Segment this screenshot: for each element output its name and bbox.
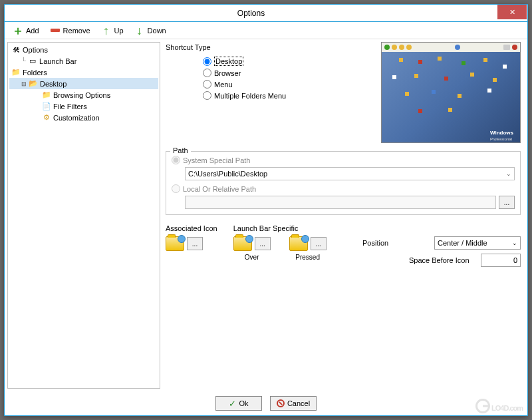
preview-taskbar [382, 43, 520, 52]
radio-local-path [172, 184, 180, 193]
radio-multiple-label[interactable]: Multiple Folders Menu [214, 92, 286, 100]
tree-item-options[interactable]: 🛠 Options [9, 44, 158, 55]
close-button[interactable]: ✕ [497, 5, 527, 19]
remove-button[interactable]: Remove [46, 24, 94, 37]
minus-icon [50, 25, 61, 36]
dot-icon [503, 45, 510, 50]
gear-icon: ⚙ [41, 113, 52, 122]
content-panel: Shortcut Type Desktop Browser Menu [160, 39, 527, 391]
options-window: Options ✕ ＋ Add Remove ↑ Up ↓ Down 🛠 Op [4, 4, 528, 416]
associated-icon-title: Associated Icon [166, 224, 217, 232]
shortcut-type-title: Shortcut Type [166, 43, 373, 51]
up-arrow-icon: ↑ [101, 25, 112, 36]
tree-item-customization[interactable]: ⚙ Customization [9, 112, 158, 123]
folder-icon [289, 236, 308, 251]
preview-logo-sub: Professional [490, 137, 512, 141]
down-button[interactable]: ↓ Down [130, 24, 170, 37]
toolbar: ＋ Add Remove ↑ Up ↓ Down [5, 22, 527, 39]
folder-icon [166, 236, 184, 251]
dot-icon [399, 45, 404, 50]
up-label: Up [114, 27, 124, 35]
remove-label: Remove [63, 27, 90, 35]
position-value: Center / Middle [438, 239, 487, 247]
radio-desktop[interactable] [203, 57, 211, 66]
browse-button[interactable]: ... [499, 196, 515, 209]
cancel-button[interactable]: Cancel [270, 396, 317, 411]
radio-multiple[interactable] [203, 91, 211, 100]
folder-icon [233, 236, 252, 251]
local-path-input [185, 196, 496, 209]
system-path-value: C:\Users\Public\Desktop [188, 170, 267, 178]
tree-label: Customization [53, 114, 100, 122]
radio-browser-label[interactable]: Browser [214, 69, 241, 77]
tree-label: File Filters [53, 103, 87, 110]
radio-browser[interactable] [203, 69, 211, 77]
filter-icon: 📄 [41, 102, 52, 111]
preview-logo: Windows [490, 130, 513, 136]
tree-item-desktop[interactable]: ⊟ 📂 Desktop [9, 78, 158, 89]
footer: ✓ Ok Cancel [5, 391, 527, 415]
dot-icon [384, 45, 390, 50]
tree-label: Launch Bar [39, 57, 76, 65]
add-label: Add [26, 27, 39, 35]
wrench-icon: 🛠 [11, 45, 21, 55]
space-before-input[interactable] [481, 254, 521, 267]
close-icon: ✕ [509, 8, 515, 17]
radio-system-path [172, 156, 180, 164]
tree-connector: └ [20, 57, 27, 65]
chevron-down-icon: ⌄ [506, 170, 511, 177]
tree-item-file-filters[interactable]: 📄 File Filters [9, 101, 158, 112]
tree-item-folders[interactable]: 📁 Folders [9, 67, 158, 78]
radio-menu-label[interactable]: Menu [214, 81, 233, 89]
preview-image: Windows Professional [381, 42, 521, 143]
tree-label: Desktop [40, 80, 66, 88]
up-button[interactable]: ↑ Up [97, 24, 128, 37]
folder-search-icon: 📁 [41, 91, 52, 100]
folder-icon: 📁 [11, 68, 21, 77]
bar-icon: ▭ [27, 57, 38, 66]
folder-open-icon: 📂 [28, 79, 39, 89]
radio-system-path-label: System Special Path [183, 156, 251, 164]
sidebar-tree[interactable]: 🛠 Options └ ▭ Launch Bar 📁 Folders ⊟ 📂 D… [7, 42, 160, 389]
browse-pressed-button[interactable]: ... [311, 237, 327, 250]
preview-desktop-icons [386, 55, 516, 122]
down-label: Down [148, 27, 166, 35]
add-button[interactable]: ＋ Add [9, 24, 43, 37]
down-arrow-icon: ↓ [134, 25, 145, 36]
over-label: Over [233, 254, 271, 261]
system-path-dropdown[interactable]: C:\Users\Public\Desktop ⌄ [185, 167, 515, 180]
tree-label: Folders [23, 69, 47, 77]
browse-over-button[interactable]: ... [255, 237, 271, 250]
position-label: Position [362, 239, 429, 247]
launchbar-specific-title: Launch Bar Specific [233, 224, 327, 232]
tree-item-browsing-options[interactable]: 📁 Browsing Options [9, 89, 158, 101]
cancel-label: Cancel [287, 399, 310, 407]
chevron-down-icon: ⌄ [512, 240, 517, 246]
check-icon: ✓ [229, 399, 236, 409]
ok-button[interactable]: ✓ Ok [215, 396, 262, 411]
window-title: Options [5, 9, 497, 18]
dot-icon [406, 45, 412, 50]
tree-label: Browsing Options [53, 91, 110, 99]
titlebar: Options ✕ [5, 5, 527, 22]
plus-icon: ＋ [13, 25, 23, 36]
browse-icon-button[interactable]: ... [187, 237, 203, 250]
radio-local-path-label: Local Or Relative Path [183, 185, 256, 193]
tree-item-launch-bar[interactable]: └ ▭ Launch Bar [9, 55, 158, 67]
position-dropdown[interactable]: Center / Middle ⌄ [434, 236, 521, 250]
dot-icon [512, 45, 517, 50]
pressed-label: Pressed [289, 254, 327, 261]
radio-desktop-label[interactable]: Desktop [214, 57, 243, 66]
cancel-icon [277, 399, 285, 407]
ok-label: Ok [239, 399, 248, 407]
space-before-label: Space Before Icon [409, 256, 475, 264]
radio-menu[interactable] [203, 80, 211, 89]
tree-label: Options [23, 46, 48, 54]
expander-icon[interactable]: ⊟ [20, 81, 28, 87]
path-fieldset: Path System Special Path C:\Users\Public… [166, 151, 521, 215]
dot-icon [392, 45, 397, 50]
path-legend: Path [170, 146, 191, 154]
dot-icon [455, 45, 460, 50]
